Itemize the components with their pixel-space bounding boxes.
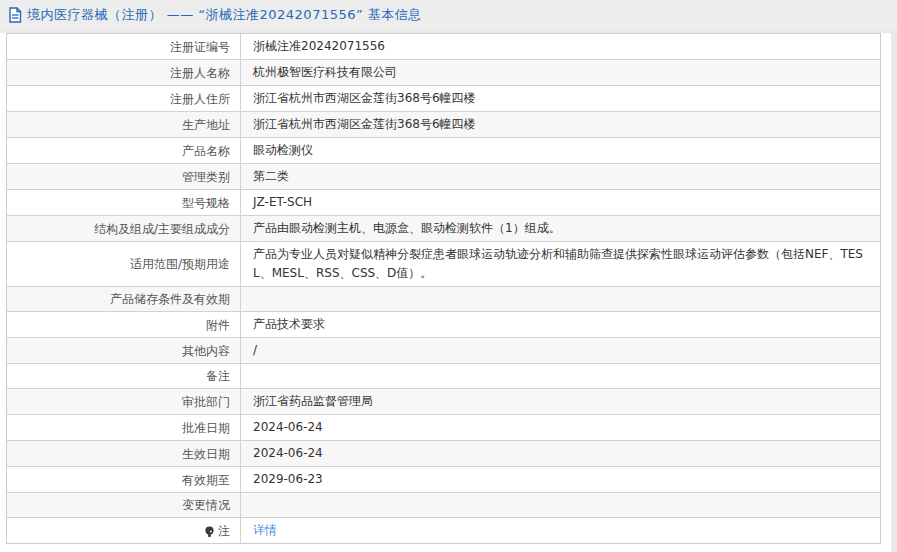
row-value: 浙江省杭州市西湖区金莲街368号6幢四楼: [241, 112, 880, 137]
row-value: 第二类: [241, 164, 880, 189]
row-label-text: 注册证编号: [170, 38, 230, 56]
row-label: 注册人住所: [7, 86, 241, 111]
row-label: 注: [7, 518, 241, 543]
table-row: 审批部门浙江省药品监督管理局: [7, 389, 880, 415]
row-value: 产品为专业人员对疑似精神分裂症患者眼球运动轨迹分析和辅助筛查提供探索性眼球运动评…: [241, 242, 880, 286]
row-label-text: 审批部门: [182, 393, 230, 411]
row-label: 注册证编号: [7, 34, 241, 59]
table-row: 产品名称眼动检测仪: [7, 138, 880, 164]
row-label: 适用范围/预期用途: [7, 242, 241, 286]
row-label: 有效期至: [7, 467, 241, 492]
table-row: 注册人住所浙江省杭州市西湖区金莲街368号6幢四楼: [7, 86, 880, 112]
row-value: 详情: [241, 518, 880, 543]
row-value-text: 眼动检测仪: [253, 141, 313, 160]
row-value-text: 浙江省杭州市西湖区金莲街368号6幢四楼: [253, 89, 476, 108]
row-value-text: 产品由眼动检测主机、电源盒、眼动检测软件（1）组成。: [253, 219, 561, 238]
row-label-text: 注册人名称: [170, 64, 230, 82]
info-table: 注册证编号浙械注准20242071556注册人名称杭州极智医疗科技有限公司注册人…: [6, 33, 881, 544]
row-label: 生效日期: [7, 441, 241, 466]
row-value: 2024-06-24: [241, 441, 880, 466]
row-label: 变更情况: [7, 493, 241, 517]
row-value: /: [241, 338, 880, 363]
row-label-text: 批准日期: [182, 419, 230, 437]
detail-link[interactable]: 详情: [253, 521, 277, 540]
row-label: 其他内容: [7, 338, 241, 363]
row-label-text: 附件: [206, 316, 230, 334]
table-row: 附件产品技术要求: [7, 312, 880, 338]
row-value: 浙江省药品监督管理局: [241, 389, 880, 414]
row-value: [241, 364, 880, 388]
row-value-text: 2029-06-23: [253, 470, 323, 489]
row-value-text: 产品为专业人员对疑似精神分裂症患者眼球运动轨迹分析和辅助筛查提供探索性眼球运动评…: [253, 245, 866, 283]
row-value-text: 浙江省药品监督管理局: [253, 392, 373, 411]
row-label-text: 管理类别: [182, 168, 230, 186]
row-value: 2024-06-24: [241, 415, 880, 440]
row-value: 浙江省杭州市西湖区金莲街368号6幢四楼: [241, 86, 880, 111]
table-row: 生效日期2024-06-24: [7, 441, 880, 467]
table-row: 生产地址浙江省杭州市西湖区金莲街368号6幢四楼: [7, 112, 880, 138]
row-label-text: 适用范围/预期用途: [130, 255, 230, 273]
row-value: 2029-06-23: [241, 467, 880, 492]
table-row: 产品储存条件及有效期: [7, 287, 880, 312]
row-value: 产品技术要求: [241, 312, 880, 337]
row-label: 管理类别: [7, 164, 241, 189]
row-value: 眼动检测仪: [241, 138, 880, 163]
table-row: 管理类别第二类: [7, 164, 880, 190]
table-row: 注详情: [7, 518, 880, 543]
row-label-text: 生效日期: [182, 445, 230, 463]
row-value: 产品由眼动检测主机、电源盒、眼动检测软件（1）组成。: [241, 216, 880, 241]
row-value: [241, 493, 880, 517]
table-row: 批准日期2024-06-24: [7, 415, 880, 441]
table-row: 其他内容/: [7, 338, 880, 364]
title-bar: 境内医疗器械（注册） —— “浙械注准20242071556” 基本信息: [0, 0, 897, 30]
row-label-text: 产品储存条件及有效期: [110, 290, 230, 308]
table-row: 型号规格JZ-ET-SCH: [7, 190, 880, 216]
row-label: 审批部门: [7, 389, 241, 414]
row-label-text: 注册人住所: [170, 90, 230, 108]
table-row: 适用范围/预期用途产品为专业人员对疑似精神分裂症患者眼球运动轨迹分析和辅助筛查提…: [7, 242, 880, 287]
row-label: 结构及组成/主要组成成分: [7, 216, 241, 241]
table-row: 注册证编号浙械注准20242071556: [7, 34, 880, 60]
table-row: 有效期至2029-06-23: [7, 467, 880, 493]
row-value-text: 浙江省杭州市西湖区金莲街368号6幢四楼: [253, 115, 476, 134]
row-label-text: 结构及组成/主要组成成分: [94, 220, 230, 238]
table-row: 结构及组成/主要组成成分产品由眼动检测主机、电源盒、眼动检测软件（1）组成。: [7, 216, 880, 242]
row-label: 产品名称: [7, 138, 241, 163]
row-label: 备注: [7, 364, 241, 388]
row-value-text: 第二类: [253, 167, 289, 186]
row-value-text: JZ-ET-SCH: [253, 193, 312, 212]
row-label-text: 产品名称: [182, 142, 230, 160]
row-value: 杭州极智医疗科技有限公司: [241, 60, 880, 85]
row-value-text: 浙械注准20242071556: [253, 37, 385, 56]
row-value-text: 产品技术要求: [253, 315, 325, 334]
row-label: 生产地址: [7, 112, 241, 137]
bulb-icon: [204, 526, 215, 538]
page-title: 境内医疗器械（注册） —— “浙械注准20242071556” 基本信息: [27, 6, 422, 24]
document-icon: [8, 7, 22, 23]
row-label-text: 其他内容: [182, 342, 230, 360]
row-label-text: 备注: [206, 367, 230, 385]
row-label: 型号规格: [7, 190, 241, 215]
table-row: 注册人名称杭州极智医疗科技有限公司: [7, 60, 880, 86]
row-label-text: 有效期至: [182, 471, 230, 489]
row-label: 批准日期: [7, 415, 241, 440]
row-label-text: 变更情况: [182, 496, 230, 514]
row-label: 附件: [7, 312, 241, 337]
table-row: 备注: [7, 364, 880, 389]
row-label-text: 注: [218, 522, 230, 540]
row-value: [241, 287, 880, 311]
row-value: 浙械注准20242071556: [241, 34, 880, 59]
row-value-text: /: [253, 341, 257, 360]
row-value-text: 杭州极智医疗科技有限公司: [253, 63, 397, 82]
row-label-text: 生产地址: [182, 116, 230, 134]
row-label-text: 型号规格: [182, 194, 230, 212]
content-area: 注册证编号浙械注准20242071556注册人名称杭州极智医疗科技有限公司注册人…: [0, 33, 891, 552]
row-label: 产品储存条件及有效期: [7, 287, 241, 311]
row-value-text: 2024-06-24: [253, 444, 323, 463]
row-value-text: 2024-06-24: [253, 418, 323, 437]
table-row: 变更情况: [7, 493, 880, 518]
row-label: 注册人名称: [7, 60, 241, 85]
row-value: JZ-ET-SCH: [241, 190, 880, 215]
